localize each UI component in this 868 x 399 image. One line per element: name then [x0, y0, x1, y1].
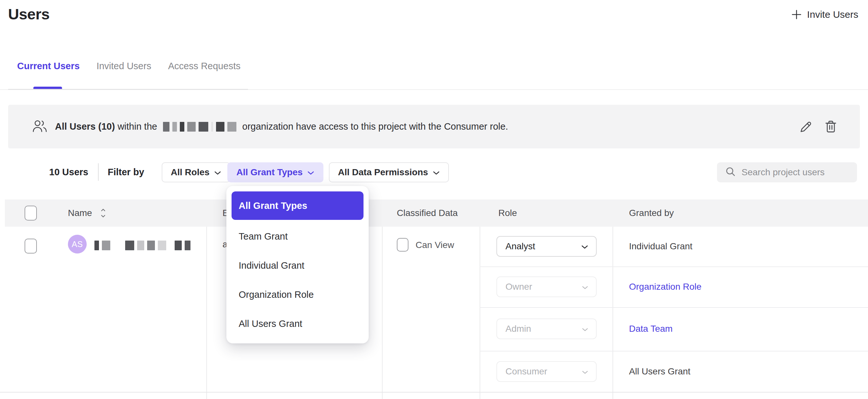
avatar: AS — [68, 235, 87, 253]
table-row-divider — [0, 392, 868, 393]
column-header-granted-by: Granted by — [629, 208, 674, 218]
delete-icon[interactable] — [824, 120, 837, 133]
tab-bar: Current Users Invited Users Access Reque… — [17, 61, 241, 75]
chevron-down-icon — [581, 241, 588, 251]
users-group-icon — [32, 120, 47, 134]
tabs-divider-segment — [8, 89, 248, 90]
filter-all-data-permissions[interactable]: All Data Permissions — [329, 162, 449, 182]
dropdown-item-team-grant[interactable]: Team Grant — [231, 227, 364, 246]
users-page: Users Invite Users Current Users Invited… — [0, 0, 868, 399]
dropdown-item-organization-role[interactable]: Organization Role — [231, 285, 364, 304]
granted-by-organization-role-link[interactable]: Organization Role — [629, 282, 702, 292]
chevron-down-icon — [582, 324, 588, 334]
banner-bold: All Users (10) — [55, 121, 115, 132]
search-input[interactable] — [742, 167, 850, 178]
invite-users-button[interactable]: Invite Users — [791, 9, 858, 20]
users-count: 10 Users — [49, 167, 88, 178]
select-all-checkbox[interactable] — [25, 206, 37, 220]
search-icon — [725, 166, 736, 178]
banner-text: All Users (10) within the organization h… — [55, 121, 508, 132]
role-select-consumer[interactable]: Consumer — [496, 361, 597, 382]
granted-by-all-users-grant: All Users Grant — [629, 366, 690, 377]
banner-actions — [799, 105, 837, 148]
dropdown-item-individual-grant[interactable]: Individual Grant — [231, 256, 364, 275]
grant-row-divider — [479, 267, 868, 267]
column-divider — [382, 227, 382, 399]
column-divider — [206, 227, 207, 399]
grant-row-divider — [479, 307, 868, 308]
role-select-owner[interactable]: Owner — [496, 276, 597, 297]
filter-by-label: Filter by — [108, 167, 144, 178]
redacted-org-name — [163, 121, 237, 132]
chevron-down-icon — [433, 167, 440, 178]
plus-icon — [791, 9, 802, 20]
row-checkbox[interactable] — [25, 239, 37, 253]
grant-types-dropdown-menu: All Grant Types Team Grant Individual Gr… — [226, 186, 369, 343]
granted-by-individual-grant: Individual Grant — [629, 241, 692, 251]
can-view-checkbox[interactable] — [397, 238, 408, 251]
page-title: Users — [8, 5, 50, 23]
column-header-name: Name — [68, 208, 92, 218]
edit-icon[interactable] — [799, 120, 813, 133]
invite-users-label: Invite Users — [807, 9, 858, 20]
divider — [98, 163, 99, 181]
column-header-classified-data: Classified Data — [397, 208, 458, 218]
chevron-down-icon — [582, 366, 588, 377]
filter-all-grant-types[interactable]: All Grant Types — [227, 162, 323, 182]
dropdown-item-all-grant-types[interactable]: All Grant Types — [231, 191, 364, 220]
role-select-admin[interactable]: Admin — [496, 318, 597, 339]
chevron-down-icon — [307, 167, 314, 178]
chevron-down-icon — [582, 282, 588, 292]
column-divider — [613, 227, 613, 399]
tab-invited-users[interactable]: Invited Users — [96, 61, 151, 75]
column-divider — [479, 227, 480, 399]
tab-access-requests[interactable]: Access Requests — [168, 61, 241, 75]
sort-icon[interactable] — [100, 208, 106, 219]
chevron-down-icon — [214, 167, 221, 178]
filter-all-roles[interactable]: All Roles — [162, 162, 230, 182]
dropdown-item-all-users-grant[interactable]: All Users Grant — [231, 314, 364, 333]
redacted-user-name — [94, 240, 190, 251]
all-users-banner: All Users (10) within the organization h… — [8, 105, 860, 148]
can-view-label: Can View — [415, 240, 454, 250]
column-header-role: Role — [498, 208, 517, 218]
table-header: Name E Classified Data Role Granted by — [5, 200, 868, 227]
granted-by-data-team-link[interactable]: Data Team — [629, 324, 673, 334]
role-select-analyst[interactable]: Analyst — [496, 236, 597, 257]
search-box — [717, 162, 857, 182]
grant-row-divider — [479, 351, 868, 351]
tab-current-users[interactable]: Current Users — [17, 61, 80, 75]
